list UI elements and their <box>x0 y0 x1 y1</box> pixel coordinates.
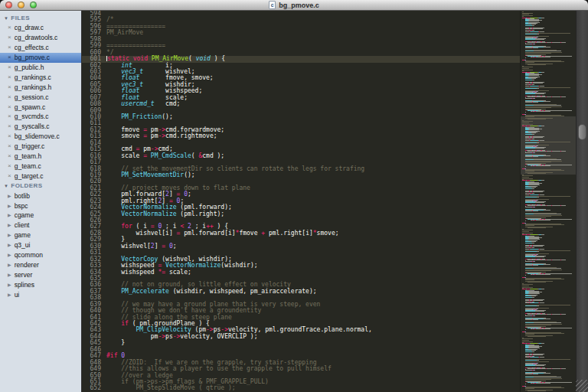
sidebar-file-item[interactable]: ×cg_draw.c <box>0 23 81 33</box>
sidebar-folder-item[interactable]: ▶q3_ui <box>0 240 81 250</box>
code-line[interactable]: 594 <box>82 11 520 17</box>
disclosure-right-icon[interactable]: ▶ <box>8 292 11 297</box>
sidebar-folder-item[interactable]: ▶botlib <box>0 191 81 201</box>
minimize-button[interactable] <box>18 2 24 8</box>
sidebar-file-item[interactable]: ×g_team.h <box>0 152 81 162</box>
minimap-segment <box>537 88 539 89</box>
code-line[interactable]: 608 usercmd_t cmd; <box>82 101 520 107</box>
minimap-segment <box>525 329 526 330</box>
sidebar-file-item[interactable]: ×g_trigger.c <box>0 142 81 152</box>
sidebar-file-item[interactable]: ×g_target.c <box>0 171 81 181</box>
code-line[interactable]: 646 <box>82 347 520 353</box>
close-file-icon[interactable]: × <box>8 74 11 80</box>
minimap-segment <box>534 105 561 106</box>
sidebar-file-item[interactable]: ×g_session.c <box>0 92 81 102</box>
close-file-icon[interactable]: × <box>8 94 11 100</box>
close-file-icon[interactable]: × <box>8 104 11 110</box>
sidebar-folder-item[interactable]: ▶game <box>0 230 81 240</box>
disclosure-right-icon[interactable]: ▶ <box>8 194 11 198</box>
sidebar-file-item[interactable]: ×cg_drawtools.c <box>0 33 81 43</box>
disclosure-right-icon[interactable]: ▶ <box>8 263 11 267</box>
close-file-icon[interactable]: × <box>8 64 11 70</box>
close-file-icon[interactable]: × <box>8 44 11 51</box>
minimap-segment <box>544 101 550 102</box>
resize-grip-icon[interactable] <box>576 380 588 392</box>
sidebar-file-item[interactable]: ×g_syscalls.c <box>0 122 81 132</box>
minimap-segment <box>525 88 537 89</box>
sidebar-folder-item[interactable]: ▶splines <box>0 279 81 289</box>
code-line[interactable]: 616 scale = PM_CmdScale( &cmd ); <box>82 153 520 159</box>
close-file-icon[interactable]: × <box>8 34 11 41</box>
code-line[interactable]: 619 PM_SetMovementDir(); <box>82 172 520 178</box>
sidebar-folder-item[interactable]: ▶renderer <box>0 260 81 270</box>
close-file-icon[interactable]: × <box>8 113 11 119</box>
sidebar-folder-item[interactable]: ▶client <box>0 220 81 230</box>
disclosure-right-icon[interactable]: ▶ <box>8 243 11 247</box>
code-line[interactable]: 637 PM_Accelerate (wishdir, wishspeed, p… <box>82 289 520 295</box>
disclosure-right-icon[interactable]: ▶ <box>8 253 11 257</box>
minimap-segment <box>536 96 547 97</box>
sidebar-file-item[interactable]: ×g_rankings.c <box>0 72 81 82</box>
close-file-icon[interactable]: × <box>8 123 11 129</box>
close-file-icon[interactable]: × <box>8 153 11 159</box>
vertical-scrollbar[interactable] <box>576 11 588 392</box>
minimap[interactable] <box>520 11 576 392</box>
sidebar-folder-item[interactable]: ▶cgame <box>0 211 81 220</box>
code-line[interactable]: 644 pm->ps->velocity, OVERCLIP ); <box>82 334 520 340</box>
sidebar-file-item[interactable]: ×g_spawn.c <box>0 102 81 112</box>
code-line[interactable]: 634 wishspeed *= scale; <box>82 270 520 276</box>
minimap-segment <box>541 343 544 344</box>
folder-name-label: splines <box>15 281 34 289</box>
sidebar-file-item[interactable]: ×bg_pmove.c <box>0 53 81 63</box>
code-line[interactable]: 652 PM_StepSlideMove ( qtrue ); <box>82 385 520 391</box>
code-line[interactable]: 597PM_AirMove <box>82 30 520 36</box>
sidebar-section-files[interactable]: ▼ FILES <box>0 13 81 23</box>
sidebar-file-item[interactable]: ×g_team.c <box>0 161 81 171</box>
close-file-icon[interactable]: × <box>8 54 11 60</box>
sidebar-file-item[interactable]: ×g_rankings.h <box>0 82 81 92</box>
sidebar-folder-item[interactable]: ▶ui <box>0 289 81 299</box>
close-file-icon[interactable]: × <box>8 173 11 179</box>
code-line[interactable]: 599================ <box>82 43 520 49</box>
close-file-icon[interactable]: × <box>8 24 11 31</box>
sidebar-file-item[interactable]: ×bg_slidemove.c <box>0 132 81 142</box>
sidebar-file-item[interactable]: ×g_public.h <box>0 63 81 73</box>
sidebar-section-folders[interactable]: ▼ FOLDERS <box>0 181 81 191</box>
code-line[interactable]: 625 VectorNormalize (pml.right); <box>82 211 520 217</box>
disclosure-right-icon[interactable]: ▶ <box>8 204 11 208</box>
sidebar-folder-item[interactable]: ▶bspc <box>0 201 81 211</box>
close-file-icon[interactable]: × <box>8 84 11 90</box>
code-line[interactable]: 628 wishvel[i] = pml.forward[i]*fmove + … <box>82 230 520 237</box>
disclosure-right-icon[interactable]: ▶ <box>8 213 11 217</box>
minimap-segment <box>525 47 532 48</box>
zoom-button[interactable] <box>30 2 37 8</box>
title-bar[interactable]: c bg_pmove.c <box>0 0 588 11</box>
close-button[interactable] <box>5 2 12 8</box>
code-token: pml.forward[i] <box>180 230 235 237</box>
scrollbar-thumb[interactable] <box>578 124 586 140</box>
window-title: bg_pmove.c <box>279 2 319 9</box>
disclosure-right-icon[interactable]: ▶ <box>8 283 11 287</box>
close-file-icon[interactable]: × <box>8 143 11 149</box>
sidebar-folder-item[interactable]: ▶server <box>0 270 81 279</box>
code-token: ================ <box>106 42 165 49</box>
sidebar-file-item[interactable]: ×cg_effects.c <box>0 43 81 53</box>
close-file-icon[interactable]: × <box>8 163 11 169</box>
code-token: PM_StepSlideMove ( qtrue ); <box>106 384 236 391</box>
close-file-icon[interactable]: × <box>8 133 11 139</box>
disclosure-right-icon[interactable]: ▶ <box>8 223 11 227</box>
code-line[interactable]: 613 smove = pm->cmd.rightmove; <box>82 133 520 139</box>
minimap-segment <box>525 148 536 149</box>
code-line[interactable]: 596================ <box>82 24 520 30</box>
code-line[interactable]: 630 wishvel[2] = 0; <box>82 243 520 250</box>
code-line[interactable]: 645 } <box>82 340 520 346</box>
disclosure-right-icon[interactable]: ▶ <box>8 273 11 277</box>
sidebar-file-item[interactable]: ×g_svcmds.c <box>0 112 81 122</box>
disclosure-right-icon[interactable]: ▶ <box>8 233 11 237</box>
minimap-segment <box>525 132 531 133</box>
code-line[interactable]: 610 PM_Friction(); <box>82 114 520 120</box>
sidebar-folder-item[interactable]: ▶qcommon <box>0 250 81 260</box>
code-editor[interactable]: 594595/*596================597PM_AirMove… <box>82 11 588 392</box>
folder-name-label: cgame <box>15 211 34 219</box>
code-token: wishspeed <box>106 269 158 276</box>
